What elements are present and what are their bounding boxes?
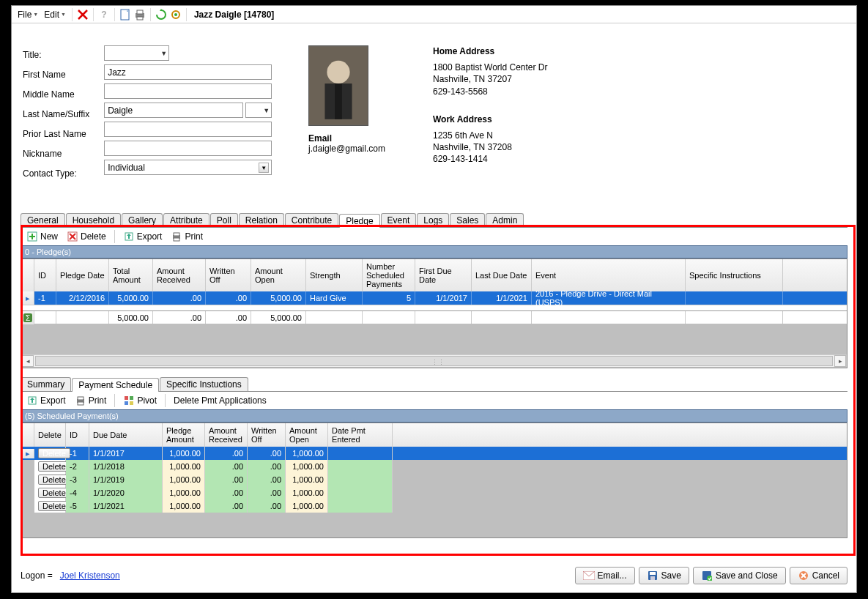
- sub-tab-strip: SummaryPayment ScheduleSpecific Instucti…: [21, 377, 847, 392]
- schedule-grid-header: Delete ID Due Date Pledge Amount Amount …: [21, 423, 847, 447]
- schedule-row[interactable]: ▸Delete-11/1/20171,000.00.00.001,000.00: [21, 447, 847, 460]
- edit-menu[interactable]: Edit▼: [41, 8, 69, 21]
- svg-rect-20: [174, 233, 179, 236]
- logon-user-link[interactable]: Joel Kristenson: [60, 570, 120, 581]
- suffix-select[interactable]: ▼: [245, 103, 272, 118]
- save-close-button[interactable]: Save and Close: [693, 567, 786, 584]
- sub-tab-specific-instuctions[interactable]: Specific Instuctions: [160, 377, 248, 391]
- prior-last-input[interactable]: [104, 122, 272, 137]
- tab-contribute[interactable]: Contribute: [285, 213, 338, 227]
- schedule-row[interactable]: Delete-31/1/20191,000.00.00.001,000.00: [21, 473, 847, 486]
- tab-admin[interactable]: Admin: [486, 213, 524, 227]
- file-menu[interactable]: File▼: [15, 8, 41, 21]
- label-last-suffix: Last Name/Suffix: [23, 106, 89, 122]
- label-contact-type: Contact Type:: [23, 165, 89, 182]
- schedule-action-bar: Export Print Pivot Delete Pmt Applicatio…: [21, 392, 847, 409]
- svg-point-9: [327, 61, 349, 83]
- home-line2: Nashville, TN 37207: [433, 73, 548, 85]
- svg-rect-21: [174, 238, 179, 241]
- delete-pmt-apps-button[interactable]: Delete Pmt Applications: [171, 395, 270, 406]
- delete-pledge-button[interactable]: Delete: [64, 230, 109, 243]
- svg-point-7: [174, 13, 177, 16]
- new-pledge-button[interactable]: New: [23, 230, 61, 243]
- svg-rect-26: [78, 397, 84, 400]
- pledge-h-scrollbar[interactable]: ◂ ⋮⋮ ▸: [21, 354, 847, 368]
- tab-logs[interactable]: Logs: [417, 213, 449, 227]
- sub-tab-summary[interactable]: Summary: [21, 377, 71, 391]
- logon-label: Logon =: [21, 570, 53, 581]
- nickname-input[interactable]: [104, 141, 272, 156]
- home-phone: 629-143-5568: [433, 86, 548, 97]
- label-nickname: Nickname: [23, 146, 89, 162]
- pledge-panel-header: 0 - Pledge(s): [21, 245, 847, 258]
- svg-rect-27: [78, 402, 84, 405]
- schedule-row[interactable]: Delete-51/1/20211,000.00.00.001,000.00: [21, 499, 847, 513]
- refresh-gear-icon[interactable]: [169, 8, 182, 21]
- print-schedule-button[interactable]: Print: [72, 394, 110, 407]
- email-value: j.daigle@gmail.com: [308, 144, 385, 154]
- label-first-name: First Name: [23, 67, 89, 83]
- email-button[interactable]: Email...: [575, 567, 635, 584]
- tab-sales[interactable]: Sales: [450, 213, 485, 227]
- tab-relation[interactable]: Relation: [239, 213, 284, 227]
- pledge-grid-header: ID Pledge Date Total Amount Amount Recei…: [21, 259, 847, 291]
- svg-rect-34: [650, 572, 656, 575]
- save-button[interactable]: Save: [639, 567, 689, 584]
- tab-event[interactable]: Event: [381, 213, 417, 227]
- contact-form: Title: First Name Middle Name Last Name/…: [23, 45, 272, 182]
- home-line1: 1800 Baptist World Center Dr: [433, 62, 548, 73]
- schedule-row[interactable]: Delete-41/1/20201,000.00.00.001,000.00: [21, 486, 847, 499]
- tab-pledge[interactable]: Pledge: [339, 214, 379, 228]
- refresh-green-icon[interactable]: [155, 8, 168, 21]
- export-pledge-button[interactable]: Export: [120, 230, 166, 243]
- svg-rect-28: [125, 396, 128, 400]
- tab-poll[interactable]: Poll: [210, 213, 238, 227]
- tab-attribute[interactable]: Attribute: [163, 213, 209, 227]
- main-toolbar: File▼ Edit▼ ? Jazz Daigle [14780]: [12, 6, 856, 23]
- work-line2: Nashville, TN 37208: [433, 141, 548, 153]
- cancel-button[interactable]: Cancel: [790, 567, 847, 584]
- print-icon[interactable]: [133, 8, 146, 21]
- schedule-grid: Delete ID Due Date Pledge Amount Amount …: [21, 423, 847, 538]
- tab-household[interactable]: Household: [66, 213, 121, 227]
- svg-text:Σ: Σ: [25, 314, 29, 322]
- pivot-button[interactable]: Pivot: [120, 394, 160, 407]
- svg-rect-4: [137, 10, 143, 14]
- footer: Logon = Joel Kristenson Email... Save Sa…: [21, 566, 847, 585]
- work-address-heading: Work Address: [433, 114, 548, 125]
- document-icon[interactable]: [119, 8, 132, 21]
- first-name-input[interactable]: [104, 64, 272, 80]
- pledge-row[interactable]: ▸ -1 2/12/2016 5,000.00 .00 .00 5,000.00…: [21, 291, 847, 305]
- export-schedule-button[interactable]: Export: [23, 394, 69, 407]
- main-tab-strip: GeneralHouseholdGalleryAttributePollRela…: [21, 213, 847, 228]
- svg-rect-30: [125, 401, 128, 405]
- label-title: Title:: [23, 47, 89, 63]
- tab-general[interactable]: General: [21, 213, 65, 227]
- delete-x-icon[interactable]: [76, 8, 89, 21]
- middle-name-input[interactable]: [104, 83, 272, 99]
- schedule-row[interactable]: Delete-21/1/20181,000.00.00.001,000.00: [21, 460, 847, 473]
- label-middle-name: Middle Name: [23, 86, 89, 103]
- photo-block: Email j.daigle@gmail.com: [308, 45, 385, 154]
- title-select[interactable]: ▼: [104, 45, 169, 61]
- svg-rect-35: [650, 576, 655, 580]
- contact-type-select[interactable]: Individual▼: [104, 160, 272, 175]
- print-pledge-button[interactable]: Print: [168, 230, 206, 243]
- svg-rect-29: [130, 396, 133, 400]
- svg-rect-5: [137, 17, 143, 20]
- pledge-grid: ID Pledge Date Total Amount Amount Recei…: [21, 258, 847, 368]
- pledge-totals-row: Σ 5,000.00 .00 .00 5,000.00: [21, 310, 847, 324]
- home-address-heading: Home Address: [433, 45, 548, 57]
- tab-gallery[interactable]: Gallery: [122, 213, 163, 227]
- record-title: Jazz Daigle [14780]: [194, 10, 274, 20]
- help-icon[interactable]: ?: [97, 8, 111, 21]
- label-prior-last: Prior Last Name: [23, 126, 89, 142]
- contact-photo: [308, 45, 368, 126]
- work-line1: 1235 6th Ave N: [433, 130, 548, 141]
- last-name-input[interactable]: [104, 103, 243, 118]
- svg-rect-11: [335, 83, 342, 119]
- sub-tab-payment-schedule[interactable]: Payment Schedule: [72, 378, 159, 392]
- svg-rect-31: [130, 401, 133, 405]
- pledge-action-bar: New Delete Export Print: [21, 228, 847, 245]
- work-phone: 629-143-1414: [433, 153, 548, 165]
